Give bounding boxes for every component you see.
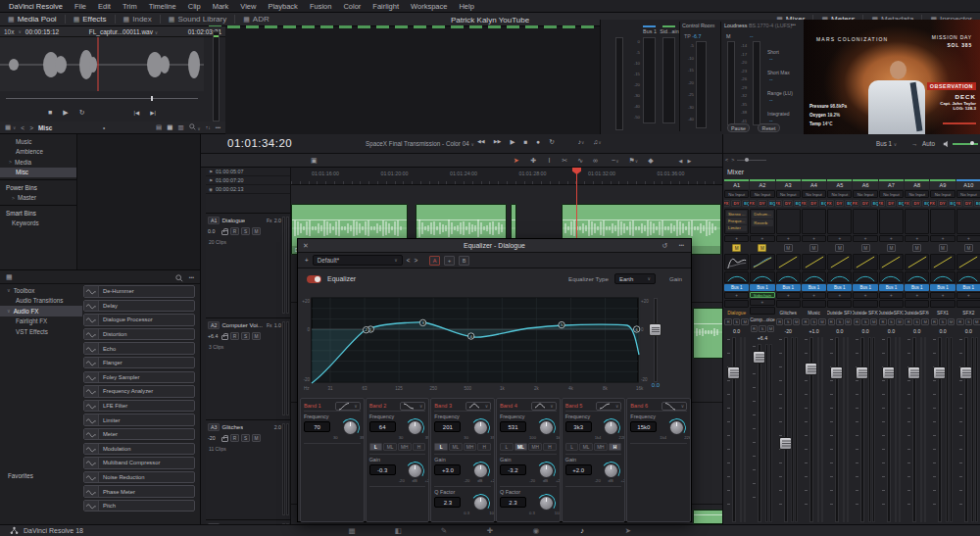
mixer-channel-a9[interactable]: A9No InputFXDYEQ+MBus 1+SFX1RSM0.0	[930, 179, 955, 524]
add-bus-button[interactable]: +	[750, 299, 774, 306]
page-tab-media[interactable]: ▦	[345, 526, 359, 535]
preset-select[interactable]: Default*∨	[313, 255, 403, 266]
effect-item-delay[interactable]: Delay	[83, 300, 195, 313]
input-select[interactable]: No Input	[853, 190, 877, 198]
gain-value[interactable]: +2.0	[565, 464, 592, 475]
channel-fader[interactable]	[802, 335, 826, 524]
stop-button[interactable]: ■	[523, 138, 527, 146]
badge-dy[interactable]: DY	[938, 200, 948, 207]
band-shape-select[interactable]: ∨	[466, 402, 491, 411]
pan-thumbnail[interactable]	[750, 271, 774, 283]
gain-knob[interactable]	[605, 464, 617, 477]
frequency-value[interactable]: 15k0	[630, 421, 657, 432]
badge-fx[interactable]: FX	[724, 200, 730, 207]
gain-knob[interactable]	[540, 464, 553, 477]
page-tab-fairlight[interactable]: ♪	[575, 526, 589, 535]
badge-dy[interactable]: DY	[758, 200, 767, 207]
add-plugin-button[interactable]: +	[776, 235, 801, 242]
badge-eq[interactable]: EQ	[897, 200, 904, 207]
menu-item-fusion[interactable]: Fusion	[310, 2, 332, 11]
fader-handle[interactable]	[830, 366, 843, 379]
prev-preset-button[interactable]: <	[407, 257, 411, 264]
record-arm-button[interactable]: R	[854, 318, 861, 326]
eq-curve-graph[interactable]: 123456+20+2000-20-20Hz31631252505001k2k4…	[298, 291, 693, 397]
page-tab-cut[interactable]: ◧	[391, 526, 405, 535]
volume-automation-line[interactable]	[694, 514, 722, 515]
mute-button[interactable]: M	[921, 318, 929, 326]
add-plugin-button[interactable]: +	[802, 235, 826, 242]
track-volume[interactable]: 0.0	[208, 228, 220, 234]
effect-item-modulation[interactable]: Modulation	[83, 443, 195, 456]
badge-eq[interactable]: EQ	[922, 200, 929, 207]
frequency-value[interactable]: 3k3	[565, 421, 592, 432]
solo-button[interactable]: S	[241, 434, 250, 442]
eq-thumbnail[interactable]	[827, 254, 852, 270]
plugin-name[interactable]: Dehum...	[752, 211, 772, 219]
trim-tool-icon[interactable]: ✚	[531, 157, 537, 165]
bus-assignment-badge[interactable]: Bus 1	[827, 284, 852, 291]
bus-assignment-badge[interactable]: Bus 1	[853, 284, 877, 291]
range-button-mh[interactable]: MH	[464, 443, 477, 451]
effect-item-noise-reduction[interactable]: Noise Reduction	[83, 471, 195, 484]
badge-eq[interactable]: EQ	[949, 200, 956, 207]
bin-item-media[interactable]: >Media	[0, 157, 76, 168]
sort-icon[interactable]: ↑↓	[206, 124, 211, 130]
mute-button[interactable]: M	[252, 434, 261, 442]
add-bus-button[interactable]: +	[956, 292, 980, 299]
range-button-mh[interactable]: MH	[528, 443, 542, 451]
collapse-arrow-icon[interactable]: ∨	[7, 308, 11, 314]
add-bus-button[interactable]: +	[853, 292, 877, 299]
stop-button[interactable]: ■	[48, 109, 52, 116]
mixer-channel-a7[interactable]: A7No InputFXDYEQ+MBus 1+OutsideSFX3RSM0.…	[879, 179, 904, 524]
bin-item-misc[interactable]: Misc	[0, 168, 76, 178]
badge-dy[interactable]: DY	[808, 200, 818, 207]
effect-item-pitch[interactable]: Pitch	[83, 500, 195, 512]
effect-item-foley-sampler[interactable]: Foley Sampler	[83, 371, 195, 384]
range-button-l[interactable]: L	[434, 443, 448, 451]
badge-dy[interactable]: DY	[783, 200, 793, 207]
add-bus-button[interactable]: +	[724, 292, 749, 299]
toolbar-button-adr[interactable]: ▦ADR	[235, 13, 277, 25]
add-plugin-button[interactable]: +	[930, 235, 955, 242]
mute-button[interactable]: M	[252, 332, 261, 340]
badge-fx[interactable]: FX	[802, 200, 808, 207]
mute-button[interactable]: M	[767, 325, 775, 333]
more-options-icon[interactable]: •••	[679, 242, 684, 248]
mute-button[interactable]: M	[845, 318, 853, 326]
more-options-icon[interactable]: •••	[189, 274, 194, 280]
favorites-label[interactable]: Favorites	[8, 472, 33, 479]
add-bus-button[interactable]: +	[802, 292, 826, 299]
pan-thumbnail[interactable]	[956, 271, 980, 283]
range-button-ml[interactable]: ML	[514, 443, 528, 451]
fader-handle[interactable]	[882, 366, 895, 379]
channel-fader[interactable]	[905, 335, 929, 524]
range-button-h[interactable]: H	[609, 443, 622, 451]
add-plugin-button[interactable]: +	[827, 235, 852, 242]
badge-fx[interactable]: FX	[879, 200, 885, 207]
badge-eq[interactable]: EQ	[768, 200, 775, 207]
channel-fader[interactable]	[750, 342, 774, 524]
zoom-out-icon[interactable]: ◀	[679, 158, 683, 164]
forward-button[interactable]: >	[29, 124, 33, 131]
plugin-name[interactable]: Freque...	[726, 218, 747, 223]
input-select[interactable]: No Input	[879, 190, 904, 198]
add-bus-button[interactable]: +	[879, 292, 904, 299]
plugin-name[interactable]: Stereo ...	[726, 211, 747, 217]
frequency-value[interactable]: 531	[500, 421, 526, 432]
badge-fx[interactable]: FX	[853, 200, 858, 207]
add-plugin-button[interactable]: +	[905, 235, 929, 242]
input-select[interactable]: No Input	[724, 190, 749, 198]
next-preset-button[interactable]: >	[414, 257, 417, 264]
solo-button[interactable]: S	[836, 318, 844, 326]
track-header-a3[interactable]: A3Glitches2.0-20RSM11 Clips	[206, 419, 291, 519]
menu-item-timeline[interactable]: Timeline	[149, 2, 176, 11]
badge-eq[interactable]: EQ	[742, 200, 749, 207]
effect-item-lfe-filter[interactable]: LFE Filter	[83, 400, 195, 413]
frequency-knob[interactable]	[540, 421, 553, 434]
mute-button[interactable]: M	[741, 318, 749, 326]
solo-button[interactable]: S	[939, 318, 947, 326]
badge-eq[interactable]: EQ	[794, 200, 801, 207]
menu-item-playback[interactable]: Playback	[268, 2, 297, 11]
mixer-channel-a10[interactable]: A10No InputFXDYEQ+MBus 1+SFX2RSM0.0	[956, 179, 980, 524]
skip-start-button[interactable]: |◀	[134, 110, 140, 116]
